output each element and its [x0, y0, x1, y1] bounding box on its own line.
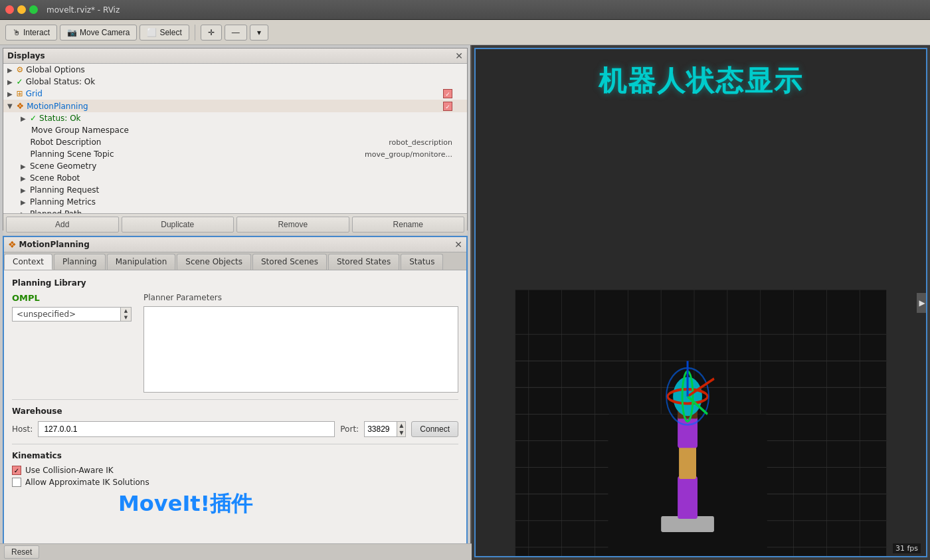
section-divider-1	[12, 399, 458, 400]
tree-arrow: ▶	[21, 199, 27, 206]
collision-aware-ik-label: Use Collision-Aware IK	[25, 466, 114, 475]
select-down-arrow[interactable]: ▼	[121, 314, 131, 321]
planner-params-label: Planner Parameters	[143, 293, 222, 302]
motion-planning-header: ❖ MotionPlanning ✕	[4, 237, 466, 252]
displays-content[interactable]: ▶ ⚙ Global Options ▶ ✓ Global Status: Ok	[3, 64, 467, 213]
tab-status[interactable]: Status	[401, 254, 443, 270]
displays-footer: Add Duplicate Remove Rename	[3, 213, 467, 235]
motion-planning-panel: ❖ MotionPlanning ✕ Context Planning Mani…	[3, 236, 468, 557]
tab-stored-states[interactable]: Stored States	[328, 254, 399, 270]
cursor-icon: 🖱	[13, 28, 21, 37]
planning-scene-value: move_group/monitore...	[365, 150, 452, 159]
port-input[interactable]	[365, 422, 397, 436]
approx-ik-checkbox[interactable]	[12, 478, 21, 487]
display-item-planning-scene[interactable]: Planning Scene Topic move_group/monitore…	[3, 148, 467, 160]
check-icon: ✓	[30, 114, 37, 123]
remove-button[interactable]: Remove	[236, 217, 349, 233]
display-item-move-group[interactable]: Move Group Namespace	[3, 124, 467, 136]
ompl-row: OMPL	[12, 293, 138, 303]
display-row: Global Status: Ok	[26, 77, 463, 86]
tree-arrow: ▼	[7, 102, 14, 110]
tab-manipulation[interactable]: Manipulation	[107, 254, 176, 270]
rename-button[interactable]: Rename	[352, 217, 465, 233]
display-item-planning-metrics[interactable]: ▶ Planning Metrics	[3, 196, 467, 208]
tab-scene-objects[interactable]: Scene Objects	[177, 254, 251, 270]
annotation-container: MoveIt!插件	[12, 490, 458, 523]
kinematics-row-2: Allow Approximate IK Solutions	[12, 478, 458, 487]
display-item-status[interactable]: ▶ ✓ Status: Ok	[3, 112, 467, 124]
display-item-planning-request[interactable]: ▶ Planning Request	[3, 184, 467, 196]
display-row: Grid ✓	[26, 89, 463, 98]
tab-planning[interactable]: Planning	[54, 254, 106, 270]
host-input[interactable]	[38, 421, 335, 437]
planning-scene-label: Planning Scene Topic	[30, 149, 365, 159]
planning-metrics-label: Planning Metrics	[30, 197, 96, 207]
displays-header: Displays ✕	[3, 48, 467, 64]
viewport-background: 机器人状态显示	[476, 49, 926, 556]
settings-icon: ⚙	[17, 65, 24, 74]
viewport[interactable]: 机器人状态显示	[474, 48, 927, 557]
motion-icon: ❖	[8, 239, 17, 250]
display-row: Planning Scene Topic move_group/monitore…	[30, 149, 463, 159]
display-item-global-options[interactable]: ▶ ⚙ Global Options	[3, 64, 467, 76]
port-label: Port:	[340, 424, 359, 434]
warehouse-row: Host: Port: ▲ ▼ Connect	[12, 421, 458, 437]
global-status-label: Global Status: Ok	[26, 77, 463, 86]
minus-button[interactable]: —	[225, 25, 247, 41]
motion-content: Planning Library OMPL <unspecified> ▲ ▼	[4, 270, 466, 549]
add-button[interactable]: Add	[6, 217, 119, 233]
planner-select-value: <unspecified>	[13, 308, 120, 321]
collision-aware-ik-checkbox[interactable]: ✓	[12, 466, 21, 475]
display-row: Global Options	[26, 65, 463, 74]
scene-robot-label: Scene Robot	[30, 173, 80, 183]
move-camera-button[interactable]: 📷 Move Camera	[60, 25, 137, 41]
kinematics-row-1: ✓ Use Collision-Aware IK	[12, 466, 458, 475]
close-btn[interactable]	[5, 5, 14, 14]
minimize-btn[interactable]	[17, 5, 26, 14]
expand-arrow[interactable]: ▶	[917, 293, 926, 313]
check-icon: ✓	[17, 77, 23, 86]
display-item-robot-desc[interactable]: Robot Description robot_description	[3, 136, 467, 148]
display-item-scene-geometry[interactable]: ▶ Scene Geometry	[3, 160, 467, 172]
tree-arrow: ▶	[7, 90, 14, 98]
motion-planning-close-button[interactable]: ✕	[454, 239, 462, 250]
displays-panel: Displays ✕ ▶ ⚙ Global Options ▶ ✓	[3, 48, 468, 231]
reset-button[interactable]: Reset	[4, 545, 39, 559]
tab-stored-scenes[interactable]: Stored Scenes	[252, 254, 327, 270]
tree-arrow: ▶	[21, 115, 27, 122]
connect-button[interactable]: Connect	[411, 421, 458, 437]
maximize-btn[interactable]	[29, 5, 38, 14]
displays-close-button[interactable]: ✕	[455, 50, 463, 61]
display-row: Robot Description robot_description	[30, 138, 463, 147]
window-title: movelt.rviz* - RViz	[46, 5, 120, 15]
port-up-arrow[interactable]: ▲	[397, 422, 405, 429]
duplicate-button[interactable]: Duplicate	[122, 217, 234, 233]
move-icon-button[interactable]: ✛	[201, 25, 222, 41]
planner-left: OMPL <unspecified> ▲ ▼	[12, 293, 138, 322]
interact-button[interactable]: 🖱 Interact	[5, 25, 57, 41]
display-item-scene-robot[interactable]: ▶ Scene Robot	[3, 172, 467, 184]
display-item-planned-path[interactable]: ▶ Planned Path	[3, 208, 467, 213]
left-panel: Displays ✕ ▶ ⚙ Global Options ▶ ✓	[0, 45, 472, 560]
arrow-button[interactable]: ▾	[250, 25, 268, 41]
display-item-grid[interactable]: ▶ ⊞ Grid ✓	[3, 88, 467, 100]
tree-arrow: ▶	[7, 78, 14, 86]
motion-planning-title: ❖ MotionPlanning	[8, 239, 90, 250]
port-down-arrow[interactable]: ▼	[397, 429, 405, 436]
planner-params-box[interactable]	[143, 306, 458, 393]
port-spinbox[interactable]: ▲ ▼	[364, 421, 406, 437]
display-item-motion-planning[interactable]: ▼ ❖ MotionPlanning ✓	[3, 100, 467, 112]
motion-icon: ❖	[17, 101, 25, 111]
display-item-global-status[interactable]: ▶ ✓ Global Status: Ok	[3, 76, 467, 88]
tab-context[interactable]: Context	[4, 254, 52, 270]
select-button[interactable]: ⬜ Select	[140, 25, 189, 41]
motion-tabs: Context Planning Manipulation Scene Obje…	[4, 252, 466, 270]
planner-select[interactable]: <unspecified> ▲ ▼	[12, 307, 132, 322]
warehouse-title: Warehouse	[12, 407, 458, 416]
minus-icon: —	[232, 28, 240, 37]
select-up-arrow[interactable]: ▲	[121, 308, 131, 314]
section-divider-2	[12, 444, 458, 444]
tree-arrow: ▶	[21, 211, 27, 214]
display-row: MotionPlanning ✓	[27, 102, 463, 111]
toolbar-separator	[195, 25, 195, 41]
